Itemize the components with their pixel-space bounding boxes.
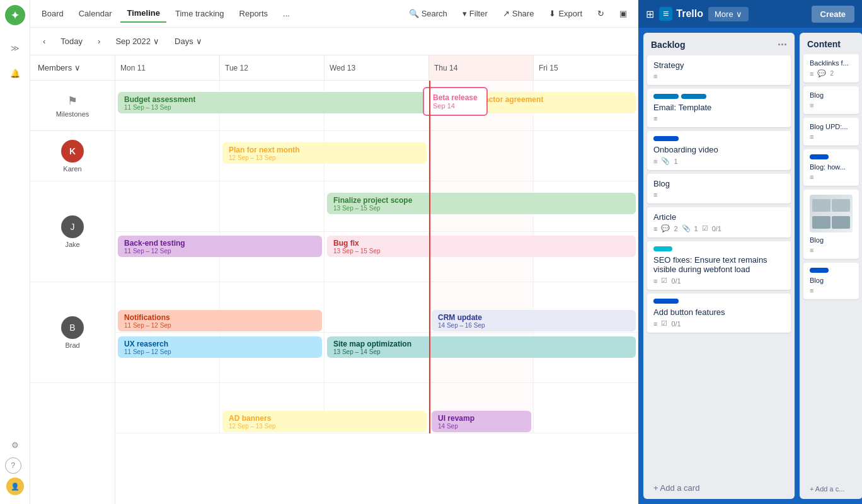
filter-icon: ▾ <box>463 9 467 18</box>
card-backlinks[interactable]: Backlinks f... ≡ 💬 2 <box>803 54 859 83</box>
day-fri15: Fri 15 <box>534 55 638 80</box>
attachment-icon: 📎 <box>661 157 670 165</box>
label-blue5 <box>810 268 829 273</box>
task-bar-5[interactable]: Bug fix 13 Sep – 15 Sep <box>327 236 636 257</box>
task-title: Plan for next month <box>229 146 300 154</box>
card-strategy[interactable]: Strategy ≡ <box>647 55 791 85</box>
task-bar-3[interactable]: Finalize project scope 13 Sep – 15 Sep <box>327 193 636 214</box>
content-list: Content Backlinks f... ≡ 💬 2 Blog <box>800 33 862 499</box>
task-bar-10[interactable]: AD banners 12 Sep – 13 Sep <box>222 411 427 432</box>
card-content-blog2-meta: ≡ <box>810 287 853 294</box>
card-content-blog2[interactable]: Blog ≡ <box>803 263 859 299</box>
card-email-labels <box>653 94 784 99</box>
milestone-marker[interactable]: Beta release Sep 14 <box>423 87 488 116</box>
trello-create-button[interactable]: Create <box>812 6 854 23</box>
task-bar-4[interactable]: Back-end testing 11 Sep – 12 Sep <box>118 236 322 257</box>
task-dates: 11 Sep – 12 Sep <box>124 248 185 255</box>
nav-calendar[interactable]: Calendar <box>72 5 118 22</box>
export-button[interactable]: ⬇ Export <box>543 6 589 21</box>
task-title: Budget assessment <box>124 95 195 104</box>
card-onboarding-labels <box>653 136 784 141</box>
help-icon[interactable]: ? <box>5 457 21 474</box>
card-seo[interactable]: SEO fixes: Ensure text remains visible d… <box>647 241 791 290</box>
card-content-blog1[interactable]: Blog ≡ <box>803 86 859 114</box>
main-content: Board Calendar Timeline Time tracking Re… <box>30 0 638 504</box>
card-add-button-meta: ≡ ☑ 0/1 <box>653 319 784 328</box>
user-avatar[interactable]: 👤 <box>6 478 24 495</box>
task-bar-7[interactable]: CRM update 14 Sep – 16 Sep <box>432 310 636 331</box>
nav-reports[interactable]: Reports <box>233 5 275 22</box>
share-icon: ↗ <box>503 9 510 18</box>
next-btn[interactable]: › <box>93 33 105 49</box>
search-icon: 🔍 <box>409 9 419 18</box>
task-title: Site map optimization <box>333 340 411 348</box>
refresh-button[interactable]: ↻ <box>591 6 611 21</box>
card-email-template[interactable]: Email: Template ≡ <box>647 89 791 127</box>
attachment-icon: 📎 <box>682 224 691 232</box>
settings-icon[interactable]: ⚙ <box>5 435 25 455</box>
card-strategy-title: Strategy <box>653 60 784 70</box>
card-blog-how-title: Blog: how... <box>810 163 853 171</box>
nav-timeline[interactable]: Timeline <box>120 4 166 23</box>
prev-btn[interactable]: ‹ <box>38 33 50 49</box>
card-seo-labels <box>653 246 784 251</box>
task-bar-0[interactable]: Budget assessment 11 Sep – 13 Sep <box>118 92 427 113</box>
label-blue2 <box>681 94 706 99</box>
card-onboarding-meta: ≡ 📎 1 <box>653 157 784 165</box>
task-bar-8[interactable]: UX reaserch 11 Sep – 12 Sep <box>118 336 322 358</box>
share-button[interactable]: ↗ Share <box>497 6 541 21</box>
checklist-icon: ☑ <box>702 224 708 232</box>
app-logo[interactable]: ✦ <box>5 5 25 25</box>
task-dates: 11 Sep – 13 Sep <box>124 104 195 111</box>
left-sidebar: ✦ ≫ 🔔 ⚙ ? 👤 <box>0 0 30 504</box>
task-bar-9[interactable]: Site map optimization 13 Sep – 14 Sep <box>327 336 636 358</box>
date-range[interactable]: Sep 2022 ∨ <box>110 33 164 49</box>
filter-button[interactable]: ▾ Filter <box>456 6 494 21</box>
task-dates: 13 Sep – 14 Sep <box>333 348 411 355</box>
task-dates: 11 Sep – 12 Sep <box>124 348 171 355</box>
nav-time-tracking[interactable]: Time tracking <box>169 5 231 22</box>
lines-icon: ≡ <box>653 191 657 198</box>
card-blog1[interactable]: Blog ≡ <box>647 174 791 203</box>
card-blog-thumb[interactable]: Blog ≡ <box>803 190 859 259</box>
card-seo-meta: ≡ ☑ 0/1 <box>653 277 784 285</box>
label-blue3 <box>653 299 679 304</box>
search-button[interactable]: 🔍 Search <box>403 6 454 21</box>
day-mon11: Mon 11 <box>115 55 220 80</box>
lines-icon: ≡ <box>653 158 657 165</box>
card-strategy-meta: ≡ <box>653 72 784 80</box>
members-header[interactable]: Members ∨ <box>30 55 115 81</box>
jake-name: Jake <box>65 241 79 248</box>
nav-more[interactable]: ... <box>277 5 296 22</box>
card-content-blog2-title: Blog <box>810 277 853 284</box>
trello-panel: ⊞ ≡ Trello More ∨ Create Backlog ··· <box>638 0 862 504</box>
card-add-button-title: Add button features <box>653 307 784 317</box>
lines-icon: ≡ <box>810 287 813 294</box>
milestones-row: ⚑ Milestones <box>30 81 115 131</box>
lines-icon: ≡ <box>810 246 813 254</box>
card-onboarding[interactable]: Onboarding video ≡ 📎 1 <box>647 131 791 170</box>
task-bar-2[interactable]: Plan for next month 12 Sep – 13 Sep <box>222 142 427 164</box>
top-nav: Board Calendar Timeline Time tracking Re… <box>30 0 638 28</box>
collapse-icon[interactable]: ≫ <box>5 38 25 58</box>
nav-board[interactable]: Board <box>35 5 70 22</box>
karen-name: Karen <box>63 165 81 173</box>
content-add-list-button[interactable]: + Add a c... <box>803 480 859 498</box>
card-add-button[interactable]: Add button features ≡ ☑ 0/1 <box>647 294 791 333</box>
task-bar-6[interactable]: Notifications 11 Sep – 12 Sep <box>118 310 322 331</box>
trello-more-button[interactable]: More ∨ <box>708 7 749 21</box>
today-line <box>429 81 430 433</box>
task-bar-11[interactable]: UI revamp 14 Sep <box>432 411 531 432</box>
task-title: Bug fix <box>333 239 381 248</box>
today-btn[interactable]: Today <box>55 33 88 49</box>
card-blog-upd-meta: ≡ <box>810 133 853 140</box>
card-blog-how[interactable]: Blog: how... ≡ <box>803 149 859 186</box>
view-button[interactable]: ▣ <box>613 6 633 21</box>
notification-icon[interactable]: 🔔 <box>5 63 25 83</box>
backlog-more-icon[interactable]: ··· <box>778 39 787 50</box>
card-article[interactable]: Article ≡ 💬 2 📎 1 ☑ 0/1 <box>647 207 791 238</box>
view-mode[interactable]: Days ∨ <box>170 33 207 49</box>
card-add-button-labels <box>653 299 784 304</box>
add-card-button[interactable]: + Add a card <box>647 478 791 498</box>
card-blog-upd[interactable]: Blog UPD:... ≡ <box>803 118 859 146</box>
